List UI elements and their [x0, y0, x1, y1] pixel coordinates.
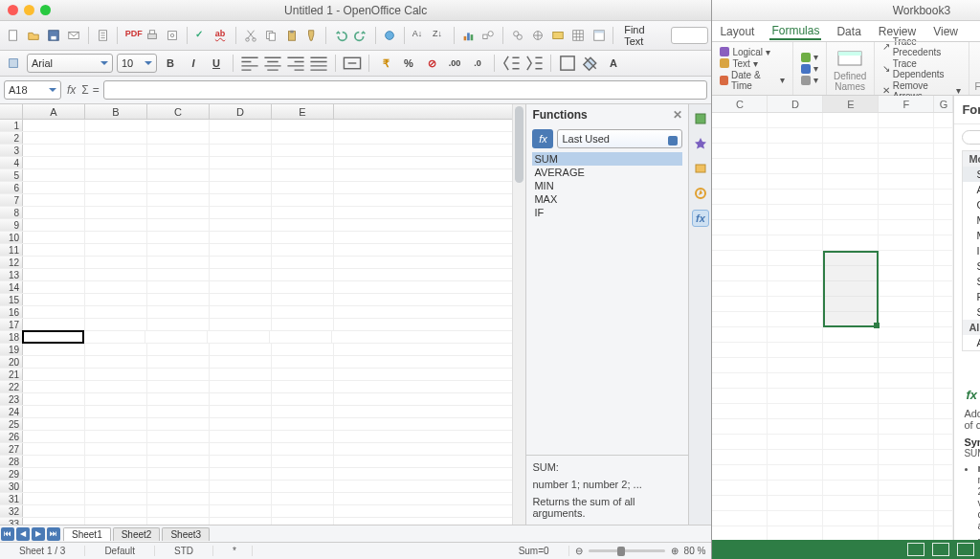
open-button[interactable] — [24, 26, 42, 45]
grid-row[interactable]: 5 — [0, 169, 512, 182]
find-button[interactable] — [508, 26, 526, 45]
fb-function-item[interactable]: ABS — [963, 335, 980, 350]
sort-asc-button[interactable]: A↓ — [410, 26, 428, 45]
cell[interactable] — [23, 219, 85, 231]
cell[interactable] — [85, 381, 147, 392]
xl-cell[interactable] — [768, 435, 823, 449]
xl-row[interactable] — [712, 220, 953, 235]
cell[interactable] — [147, 120, 210, 131]
cell[interactable] — [272, 468, 334, 480]
fx-icon[interactable]: fx — [67, 83, 76, 97]
currency-button[interactable]: ₹ — [376, 54, 395, 73]
cell[interactable] — [23, 481, 85, 492]
xl-cell[interactable] — [712, 113, 768, 127]
row-header[interactable]: 8 — [0, 207, 23, 218]
xl-cell[interactable] — [934, 465, 953, 480]
xl-cell[interactable] — [768, 526, 823, 540]
cell[interactable] — [272, 182, 334, 193]
italic-button[interactable]: I — [184, 54, 203, 73]
fb-function-item[interactable]: SUM — [963, 167, 980, 182]
cell[interactable] — [22, 330, 84, 344]
spellcheck-button[interactable]: ✓ — [192, 26, 211, 45]
xl-cell[interactable] — [934, 159, 953, 173]
xl-cell[interactable] — [879, 511, 934, 525]
last-sheet-button[interactable]: ⏭ — [47, 527, 60, 541]
xl-cell[interactable] — [879, 281, 934, 296]
logical-dropdown[interactable]: Logical ▾ — [720, 47, 784, 57]
xl-cell[interactable] — [823, 465, 879, 480]
xl-cell[interactable] — [934, 511, 953, 525]
row-header[interactable]: 16 — [0, 306, 23, 318]
xl-cell[interactable] — [712, 419, 768, 434]
xl-cell[interactable] — [934, 220, 953, 235]
percent-button[interactable]: % — [399, 54, 418, 73]
cell[interactable] — [23, 381, 85, 392]
oo-grid[interactable]: A B C D E 123456789101112131415161718192… — [0, 104, 512, 525]
cell[interactable] — [23, 269, 85, 280]
cell[interactable] — [147, 493, 210, 504]
fb-function-list[interactable]: Most Recently UsedSUMAVERAGECOUNTMAXMINI… — [962, 150, 980, 351]
cell[interactable] — [147, 369, 210, 380]
cell[interactable] — [208, 331, 270, 343]
xl-cell[interactable] — [768, 481, 823, 495]
cell[interactable] — [272, 356, 334, 368]
xl-cell[interactable] — [879, 343, 934, 357]
cell[interactable] — [85, 493, 147, 504]
grid-row[interactable]: 13 — [0, 269, 512, 281]
xl-cell[interactable] — [823, 511, 879, 525]
new-doc-button[interactable] — [4, 26, 22, 45]
cell[interactable] — [147, 219, 210, 231]
cell[interactable] — [23, 393, 85, 405]
cell[interactable] — [272, 481, 334, 492]
gallery-icon[interactable] — [692, 160, 709, 177]
cell[interactable] — [272, 369, 334, 380]
cell[interactable] — [147, 431, 210, 442]
chart-button[interactable] — [459, 26, 478, 45]
cell[interactable] — [272, 294, 334, 305]
cell[interactable] — [210, 145, 272, 156]
cell[interactable] — [147, 257, 210, 268]
cell[interactable] — [147, 518, 210, 525]
justify-button[interactable] — [309, 54, 328, 73]
col-header-D[interactable]: D — [210, 104, 272, 119]
cell[interactable] — [272, 169, 334, 181]
xl-cell[interactable] — [768, 465, 823, 480]
xl-cell[interactable] — [768, 205, 823, 219]
cell[interactable] — [85, 132, 147, 144]
align-right-button[interactable] — [286, 54, 305, 73]
zoom-in-icon[interactable]: ⊕ — [671, 546, 679, 556]
xl-row[interactable] — [712, 496, 953, 511]
cell[interactable] — [147, 294, 210, 305]
cell[interactable] — [147, 319, 210, 330]
cell[interactable] — [147, 456, 210, 467]
xl-cell[interactable] — [934, 373, 953, 388]
row-header[interactable]: 14 — [0, 281, 23, 293]
row-header[interactable]: 25 — [0, 418, 23, 430]
row-header[interactable]: 22 — [0, 381, 23, 392]
cell[interactable] — [147, 232, 210, 243]
font-color-button[interactable]: A — [604, 54, 623, 73]
xl-cell[interactable] — [879, 389, 934, 403]
cell[interactable] — [23, 244, 85, 256]
grid-row[interactable]: 10 — [0, 232, 512, 244]
xl-cell[interactable] — [823, 327, 879, 342]
xl-cell[interactable] — [712, 358, 768, 372]
cell[interactable] — [210, 194, 272, 206]
cell[interactable] — [23, 369, 85, 380]
cell[interactable] — [23, 257, 85, 268]
lookup-dropdown[interactable]: ▾ — [801, 52, 818, 62]
cell[interactable] — [85, 431, 147, 442]
cell[interactable] — [210, 157, 272, 168]
fb-function-item[interactable]: IF — [963, 243, 980, 258]
grid-row[interactable]: 12 — [0, 257, 512, 269]
bold-button[interactable]: B — [161, 54, 180, 73]
properties-icon[interactable] — [692, 110, 709, 127]
xl-cell[interactable] — [712, 251, 768, 265]
xl-cell[interactable] — [712, 465, 768, 480]
grid-row[interactable]: 29 — [0, 468, 512, 481]
col-header-C[interactable]: C — [147, 104, 210, 119]
cell[interactable] — [85, 120, 147, 131]
xl-row[interactable] — [712, 404, 953, 419]
cell[interactable] — [23, 493, 85, 504]
fb-function-item[interactable]: SUMIF — [963, 274, 980, 289]
